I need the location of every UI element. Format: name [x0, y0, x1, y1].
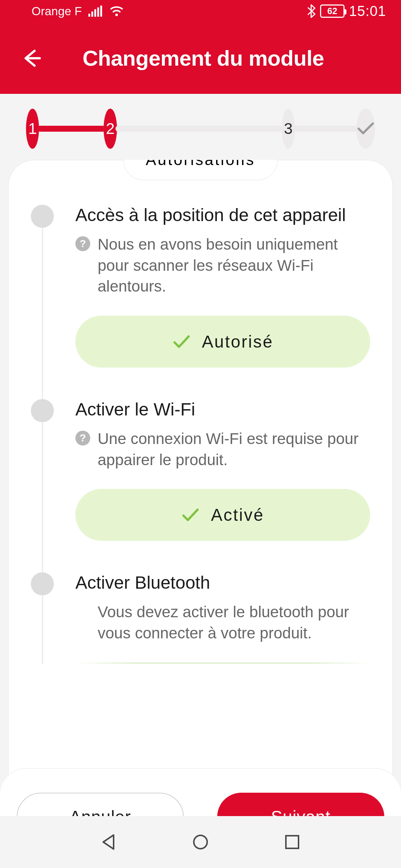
permission-title: Accès à la position de cet appareil	[75, 205, 370, 225]
step-2: 2	[104, 109, 117, 149]
timeline-dot	[31, 399, 54, 422]
nav-home-icon[interactable]	[191, 833, 210, 851]
status-label: Autorisé	[202, 332, 274, 352]
step-connector-2	[115, 126, 283, 132]
clock: 15:01	[349, 3, 386, 19]
permission-status-authorized[interactable]: Autorisé	[75, 316, 370, 368]
battery-level: 62	[327, 6, 338, 16]
help-icon[interactable]: ?	[75, 236, 90, 251]
bluetooth-icon	[307, 4, 316, 18]
app-header: Orange F 62 15:01 Changement du modul	[0, 0, 401, 94]
check-icon	[181, 507, 200, 522]
status-label: Activé	[211, 505, 264, 525]
step-final	[356, 109, 375, 149]
svg-rect-2	[94, 9, 96, 17]
status-bar: Orange F 62 15:01	[0, 0, 401, 22]
step-1: 1	[26, 109, 39, 149]
permissions-card: Autorisations Accès à la position de cet…	[8, 160, 393, 850]
battery-indicator: 62	[320, 4, 345, 18]
svg-point-5	[115, 14, 118, 16]
svg-rect-4	[100, 6, 102, 17]
permission-item-location: Accès à la position de cet appareil ? No…	[31, 205, 370, 368]
check-icon	[172, 334, 191, 349]
signal-icon	[88, 6, 102, 17]
progress-stepper: 1 2 3	[0, 94, 401, 160]
svg-rect-3	[97, 7, 99, 17]
svg-rect-7	[286, 836, 299, 848]
timeline-dot	[31, 205, 54, 228]
permission-item-bluetooth: Activer Bluetooth Vous devez activer le …	[31, 572, 370, 663]
svg-rect-0	[88, 14, 90, 17]
card-title-badge: Autorisations	[123, 160, 278, 180]
permission-title: Activer le Wi-Fi	[75, 399, 370, 420]
step-3: 3	[282, 109, 295, 149]
check-icon	[356, 121, 375, 136]
svg-rect-1	[91, 11, 93, 17]
step-connector-1	[39, 126, 104, 132]
nav-recent-icon[interactable]	[283, 833, 301, 851]
permission-title: Activer Bluetooth	[75, 572, 370, 593]
permission-item-wifi: Activer le Wi-Fi ? Une connexion Wi-Fi e…	[31, 399, 370, 541]
nav-back-icon[interactable]	[100, 833, 118, 851]
page-title: Changement du module	[43, 46, 401, 70]
permission-description: Nous en avons besoin uniquement pour sca…	[98, 234, 370, 297]
android-nav-bar	[0, 816, 401, 868]
carrier-label: Orange F	[32, 4, 82, 18]
permission-description: Une connexion Wi-Fi est requise pour app…	[98, 428, 370, 470]
permission-status-activated[interactable]: Activé	[75, 489, 370, 541]
timeline-dot	[31, 572, 54, 595]
divider-line	[75, 662, 370, 664]
permission-description: Vous devez activer le bluetooth pour vou…	[98, 602, 370, 644]
back-button[interactable]	[20, 47, 43, 69]
wifi-icon	[109, 6, 124, 17]
help-icon[interactable]: ?	[75, 431, 90, 445]
step-connector-3	[293, 126, 358, 132]
svg-point-6	[194, 835, 207, 849]
